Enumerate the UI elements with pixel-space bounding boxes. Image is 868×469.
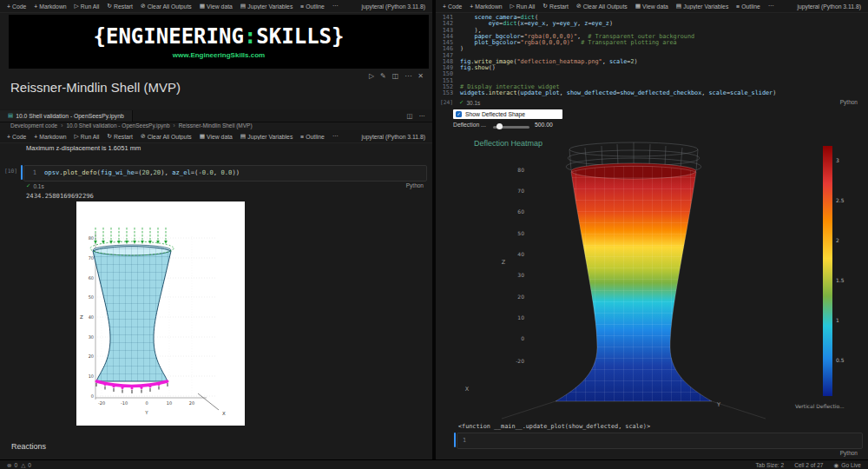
toolbar-button-label: Outline <box>306 134 325 140</box>
x-axis-stub <box>198 393 219 410</box>
toolbar-button-label: Jupyter Variables <box>247 3 293 10</box>
toolbar-button-icon: ⊘ <box>141 3 146 10</box>
breadcrumb-item[interactable]: Development code <box>10 122 57 129</box>
z-tick-label: 0 <box>521 335 524 341</box>
toolbar-button[interactable]: ▦ View data <box>200 133 233 140</box>
toolbar-button[interactable]: ≡ Outline <box>300 134 325 140</box>
code-editor[interactable]: 141 scene_camera=dict(142 eye=dict(x=eye… <box>437 15 866 96</box>
error-count: 0 <box>15 462 18 468</box>
website-link[interactable]: www.EngineeringSkills.com <box>173 51 265 59</box>
toolbar-button[interactable]: + Code <box>443 3 462 10</box>
error-icon: ⊗ <box>7 462 12 469</box>
toolbar-button-label: Restart <box>114 3 133 10</box>
cell-position-indicator[interactable]: Cell 2 of 27 <box>794 462 823 468</box>
code-cell[interactable]: 1opsv.plot_defo(fig_wi_he=(20,20), az_el… <box>23 165 427 182</box>
colorbar-label: Vertical Deflectio... <box>795 403 845 409</box>
toolbar-button-icon: + <box>470 3 473 10</box>
deflection-slider-handle[interactable] <box>496 123 503 129</box>
split-editor-icon[interactable]: ◫ <box>406 112 412 120</box>
toolbar-button-label: Restart <box>114 134 133 140</box>
toolbar-button-icon: ▷ <box>510 3 515 10</box>
tab-shell-validation[interactable]: ▤ 10.0 Shell validation - OpenSeesPy.ipy… <box>0 110 133 122</box>
z-tick-label: 60 <box>89 275 94 281</box>
brand-logo: {ENGINEERING:SKILLS} <box>93 24 344 49</box>
toolbar-button[interactable]: ⊘ Clear All Outputs <box>576 3 628 10</box>
empty-code-cell[interactable]: 1 <box>457 433 863 449</box>
breadcrumb-item[interactable]: 10.0 Shell validation - OpenSeesPy.ipynb <box>66 122 169 129</box>
toolbar-button-label: View data <box>207 3 233 10</box>
cell-language-label[interactable]: Python <box>840 450 858 456</box>
toolbar-button-icon: ▦ <box>635 3 641 10</box>
toolbar-button-icon: ▤ <box>240 133 246 140</box>
toolbar-button[interactable]: + Markdown <box>34 134 66 140</box>
checkbox-label: Show Deflected Shape <box>465 111 525 117</box>
go-live-button[interactable]: ◉ Go Live <box>834 462 862 469</box>
split-cell-icon[interactable]: ◫ <box>392 72 399 80</box>
markdown-cell-text: Maximum z-displacement is 1.6051 mm <box>26 144 141 152</box>
toolbar-button[interactable]: ≡ Outline <box>300 3 325 10</box>
toolbar-button[interactable]: + Markdown <box>34 3 66 10</box>
toolbar-button[interactable]: ▷ Run All <box>510 3 536 10</box>
toolbar-button-label: Clear All Outputs <box>583 3 628 10</box>
problems-errors[interactable]: ⊗ 0 <box>7 462 17 469</box>
tab-size-indicator[interactable]: Tab Size: 2 <box>756 462 785 468</box>
toolbar-button[interactable]: ⋯ <box>332 133 340 140</box>
toolbar-button[interactable]: ↻ Restart <box>107 3 133 10</box>
more-actions-icon[interactable]: ⋯ <box>419 112 426 120</box>
editor-tab-bar: ▤ 10.0 Shell validation - OpenSeesPy.ipy… <box>0 109 432 122</box>
edit-cell-icon[interactable]: ✎ <box>380 72 386 80</box>
problems-warnings[interactable]: △ 0 <box>21 462 31 469</box>
toolbar-button-label: Run All <box>516 3 536 10</box>
more-actions-icon[interactable]: ⋯ <box>404 72 411 80</box>
notebook-toolbar: + Code + Markdown ▷ Run All ↻ <box>0 130 432 143</box>
deflection-heatmap-figure[interactable]: Deflection Heatmap <box>451 132 856 420</box>
toolbar-button[interactable]: ⊘ Clear All Outputs <box>141 133 192 140</box>
figure-title: Deflection Heatmap <box>474 139 542 148</box>
code-editor[interactable]: 1opsv.plot_defo(fig_wi_he=(20,20), az_el… <box>24 166 426 178</box>
run-cell-icon[interactable]: ▷ <box>369 72 374 80</box>
toolbar-button[interactable]: ▤ Jupyter Variables <box>240 133 293 140</box>
toolbar-button[interactable]: ▦ View data <box>635 3 668 10</box>
toolbar-button[interactable]: + Code <box>7 3 26 10</box>
toolbar-button[interactable]: ⋯ <box>332 3 340 10</box>
status-bar: ⊗ 0 △ 0 Tab Size: 2 Cell 2 of 27 ◉ Go Li… <box>0 459 868 469</box>
toolbar-button-icon: ▷ <box>75 3 79 10</box>
breadcrumb-item[interactable]: Reissner-Mindlin Shell (MVP) <box>179 122 253 129</box>
kernel-indicator[interactable]: jupyteral (Python 3.11.8) <box>354 134 425 140</box>
toolbar-button[interactable]: + Code <box>7 134 26 140</box>
toolbar-button[interactable]: ↻ Restart <box>107 133 133 140</box>
cell-output-value: 2434.2580169692296 <box>26 192 94 200</box>
toolbar-button-label: Clear All Outputs <box>148 134 192 140</box>
toolbar-button[interactable]: ≡ Outline <box>736 3 760 10</box>
toolbar-button[interactable]: + Markdown <box>470 3 502 10</box>
toolbar-button[interactable]: ⊘ Clear All Outputs <box>141 3 192 10</box>
toolbar-button-icon: ▤ <box>240 3 246 10</box>
colorbar-tick: 1.5 <box>836 277 845 283</box>
kernel-indicator[interactable]: jupyteral (Python 3.11.8) <box>354 3 425 10</box>
cell-action-toolbar: ▷ ✎ ◫ ⋯ ✕ <box>369 72 424 80</box>
toolbar-button-icon: ▦ <box>200 133 205 140</box>
toolbar-button-label: Code <box>12 3 26 10</box>
toolbar-button[interactable]: ⋯ <box>768 3 776 10</box>
execution-status: ✓ 30.1s <box>459 99 480 106</box>
toolbar-button-icon: + <box>7 134 10 140</box>
toolbar-button[interactable]: ▷ Run All <box>75 3 100 10</box>
right-editor-pane: + Code + Markdown ▷ Run All ↻ <box>436 0 868 459</box>
delete-cell-icon[interactable]: ✕ <box>418 72 424 80</box>
toolbar-button[interactable]: ▷ Run All <box>75 133 100 140</box>
kernel-indicator[interactable]: jupyteral (Python 3.11.8) <box>790 3 861 10</box>
cell-language-label[interactable]: Python <box>406 182 424 188</box>
y-axis-label: Y <box>716 401 720 408</box>
go-live-label: Go Live <box>841 462 861 468</box>
x-axis-label: X <box>222 411 226 416</box>
toolbar-button-icon: + <box>7 3 10 10</box>
reactions-heading: Reactions <box>11 442 46 451</box>
toolbar-button[interactable]: ▦ View data <box>200 3 233 10</box>
checkbox-checked[interactable]: ✓ <box>456 111 462 117</box>
toolbar-button[interactable]: ▤ Jupyter Variables <box>240 3 293 10</box>
toolbar-button[interactable]: ▤ Jupyter Variables <box>676 3 728 10</box>
colorbar-tick: 2.5 <box>836 197 845 203</box>
go-live-icon: ◉ <box>834 462 839 469</box>
toolbar-button[interactable]: ↻ Restart <box>542 3 569 10</box>
cell-language-label[interactable]: Python <box>840 99 858 105</box>
